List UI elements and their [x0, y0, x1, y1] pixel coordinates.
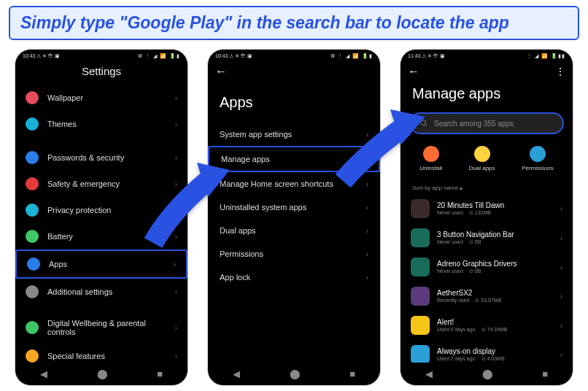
- nav-recent[interactable]: ■: [157, 368, 163, 379]
- row-label: Apps: [49, 260, 67, 268]
- app-name: AetherSX2: [437, 289, 560, 297]
- chevron-right-icon: ›: [175, 288, 177, 296]
- settings-row-battery[interactable]: Battery›: [15, 223, 187, 249]
- status-time: 11:43 ⚠ ✕ ⛑ ▣: [408, 53, 445, 59]
- nav-home[interactable]: ⬤: [482, 368, 493, 379]
- row-label: Dual apps: [220, 226, 256, 235]
- app-meta: Never used⊙ 0B: [437, 239, 560, 245]
- back-button[interactable]: ←: [408, 65, 419, 78]
- row-label: Battery: [47, 232, 73, 241]
- action-icon: [474, 146, 490, 162]
- row-label: Safety & emergency: [47, 179, 120, 188]
- chevron-right-icon: ›: [560, 205, 562, 213]
- back-button[interactable]: ←: [215, 65, 227, 78]
- menu-row-permissions[interactable]: Permissions›: [208, 242, 380, 266]
- search-placeholder: Search among 355 apps: [434, 120, 514, 128]
- chevron-right-icon: ›: [366, 227, 368, 235]
- row-label: Themes: [47, 120, 77, 128]
- instruction-banner: Simply type "Google Play" in the search …: [9, 6, 579, 40]
- action-permissions[interactable]: Permissions: [522, 146, 554, 171]
- settings-row-passwords-security[interactable]: Passwords & security›: [15, 144, 187, 171]
- page-title: Apps: [208, 82, 380, 123]
- apps-menu-list: System app settings›Manage apps›Manage H…: [208, 123, 380, 363]
- app-row[interactable]: Adreno Graphics DriversNever used⊙ 0B›: [401, 252, 573, 282]
- chevron-right-icon: ›: [175, 94, 177, 102]
- app-row[interactable]: Alert!Used 4 days ago⊙ 74.19MB›: [401, 311, 573, 340]
- app-row[interactable]: AetherSX2Recently used⊙ 53.07MB›: [401, 282, 573, 311]
- nav-back[interactable]: ◀: [40, 368, 47, 379]
- settings-row-themes[interactable]: Themes›: [15, 111, 187, 137]
- nav-back[interactable]: ◀: [425, 368, 433, 379]
- chevron-right-icon: ›: [560, 234, 562, 242]
- settings-row-digital-wellbeing-parental-controls[interactable]: Digital Wellbeing & parental controls›: [15, 312, 187, 343]
- row-icon: [27, 258, 40, 271]
- row-icon: [26, 230, 39, 243]
- menu-row-manage-apps[interactable]: Manage apps›: [208, 146, 380, 172]
- menu-row-app-lock[interactable]: App lock›: [208, 266, 380, 289]
- row-label: App lock: [220, 273, 250, 282]
- row-label: Privacy protection: [47, 206, 111, 214]
- chevron-right-icon: ›: [175, 324, 177, 332]
- app-icon: [411, 316, 430, 335]
- settings-row-apps[interactable]: Apps›: [15, 249, 187, 279]
- app-name: Alert!: [437, 318, 560, 326]
- settings-row-special-features[interactable]: Special features›: [15, 343, 187, 363]
- nav-recent[interactable]: ■: [349, 368, 355, 379]
- settings-row-additional-settings[interactable]: Additional settings›: [15, 279, 187, 305]
- action-dual-apps[interactable]: Dual apps: [469, 146, 495, 171]
- menu-dots[interactable]: ⋮: [555, 66, 565, 77]
- row-icon: [26, 177, 39, 190]
- chevron-right-icon: ›: [366, 274, 368, 282]
- row-label: Manage apps: [221, 155, 270, 163]
- nav-recent[interactable]: ■: [542, 368, 548, 379]
- status-bar: 11:43 ⚠ ✕ ⛑ ▣ ⋮ ◢ 📶 🔋▮▮: [401, 50, 573, 61]
- app-icon: [411, 228, 430, 247]
- chevron-right-icon: ›: [175, 180, 177, 188]
- header: ←: [208, 61, 380, 82]
- row-label: Wallpaper: [47, 93, 83, 102]
- app-meta: Used 2 days ago⊙ 4.03MB: [437, 356, 560, 362]
- app-info: Alert!Used 4 days ago⊙ 74.19MB: [437, 318, 560, 333]
- app-row[interactable]: 20 Minutes Till DawnNever used⊙ 132MB›: [401, 194, 573, 223]
- action-label: Permissions: [522, 165, 554, 171]
- app-icon: [411, 345, 430, 363]
- settings-row-privacy-protection[interactable]: Privacy protection›: [15, 197, 187, 223]
- row-icon: [26, 285, 39, 298]
- nav-back[interactable]: ◀: [233, 368, 240, 379]
- app-info: 20 Minutes Till DawnNever used⊙ 132MB: [437, 201, 560, 216]
- app-meta: Recently used⊙ 53.07MB: [437, 298, 560, 303]
- app-row[interactable]: Always-on displayUsed 2 days ago⊙ 4.03MB…: [401, 340, 573, 363]
- nav-home[interactable]: ⬤: [290, 368, 301, 379]
- phone-manage-apps: 11:43 ⚠ ✕ ⛑ ▣ ⋮ ◢ 📶 🔋▮▮ ← ⋮ Manage apps …: [400, 49, 573, 386]
- search-bar[interactable]: Search among 355 apps: [409, 112, 564, 134]
- row-label: Special features: [47, 352, 105, 360]
- app-icon: [411, 199, 430, 218]
- menu-row-manage-home-screen-shortcuts[interactable]: Manage Home screen shortcuts›: [208, 172, 380, 196]
- page-title: Settings: [15, 61, 187, 85]
- app-name: Always-on display: [437, 347, 560, 355]
- action-uninstall[interactable]: Uninstall: [419, 146, 442, 171]
- sort-label[interactable]: Sort by app name ▴: [401, 182, 573, 194]
- menu-row-dual-apps[interactable]: Dual apps›: [208, 219, 380, 242]
- chevron-right-icon: ›: [366, 180, 368, 188]
- header: ← ⋮: [401, 61, 573, 82]
- row-label: Uninstalled system apps: [220, 203, 306, 212]
- page-title: Manage apps: [401, 82, 573, 108]
- status-time: 10:43 ⚠ ✕ ⛑ ▣: [23, 53, 60, 59]
- chevron-right-icon: ›: [175, 120, 177, 128]
- app-info: Always-on displayUsed 2 days ago⊙ 4.03MB: [437, 347, 560, 362]
- app-meta: Never used⊙ 0B: [437, 268, 560, 274]
- app-row[interactable]: 3 Button Navigation BarNever used⊙ 0B›: [401, 223, 573, 252]
- chevron-right-icon: ›: [560, 263, 562, 271]
- app-meta: Never used⊙ 132MB: [437, 210, 560, 216]
- app-info: Adreno Graphics DriversNever used⊙ 0B: [437, 260, 560, 274]
- row-label: Manage Home screen shortcuts: [220, 179, 333, 188]
- app-info: 3 Button Navigation BarNever used⊙ 0B: [437, 231, 560, 245]
- nav-home[interactable]: ⬤: [97, 368, 108, 379]
- settings-row-wallpaper[interactable]: Wallpaper›: [15, 85, 187, 111]
- action-label: Dual apps: [469, 165, 495, 171]
- settings-row-safety-emergency[interactable]: Safety & emergency›: [15, 171, 187, 197]
- menu-row-system-app-settings[interactable]: System app settings›: [208, 123, 380, 146]
- menu-row-uninstalled-system-apps[interactable]: Uninstalled system apps›: [208, 196, 380, 219]
- app-name: Adreno Graphics Drivers: [437, 260, 560, 268]
